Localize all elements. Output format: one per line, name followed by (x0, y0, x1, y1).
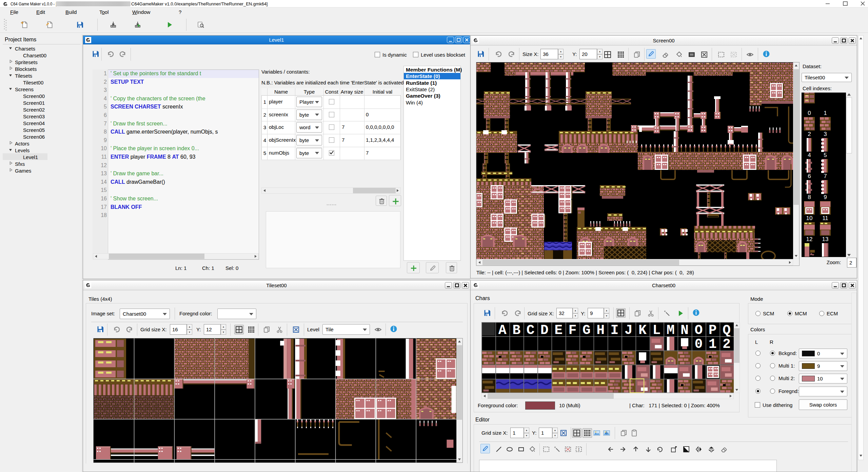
svg-text:6: 6 (808, 173, 811, 179)
svg-text:J: J (625, 323, 633, 338)
svg-text:5: 5 (824, 152, 827, 158)
svg-text:0: 0 (808, 110, 811, 116)
svg-text:1: 1 (709, 337, 717, 352)
svg-text:11: 11 (822, 215, 828, 221)
svg-text:8: 8 (808, 194, 811, 200)
svg-text:O: O (694, 323, 703, 338)
svg-text:3: 3 (824, 131, 827, 137)
svg-text:2: 2 (808, 131, 811, 137)
svg-text:7: 7 (824, 173, 827, 179)
svg-text:I: I (610, 323, 618, 338)
svg-text:2: 2 (723, 337, 731, 352)
svg-text:1: 1 (824, 110, 827, 116)
svg-text:10: 10 (806, 215, 813, 221)
svg-text:P: P (709, 323, 717, 338)
svg-text:E: E (554, 323, 563, 338)
svg-text:K: K (638, 323, 647, 338)
svg-text:12: 12 (806, 236, 813, 242)
svg-text:D: D (540, 323, 549, 338)
svg-text:C: C (526, 323, 534, 338)
svg-text:F: F (568, 323, 576, 338)
svg-text:I: I (578, 448, 580, 452)
svg-text:N: N (680, 323, 689, 338)
svg-text:L: L (652, 323, 660, 338)
svg-text:13: 13 (822, 236, 829, 242)
svg-text:0: 0 (694, 337, 703, 352)
svg-text:M: M (667, 323, 675, 338)
svg-text:Q: Q (723, 323, 731, 338)
svg-text:B: B (512, 323, 520, 338)
svg-text:4: 4 (808, 152, 811, 158)
svg-text:A: A (498, 323, 507, 338)
svg-text:H: H (596, 323, 605, 338)
svg-text:G: G (583, 323, 591, 338)
svg-text:9: 9 (824, 194, 827, 200)
